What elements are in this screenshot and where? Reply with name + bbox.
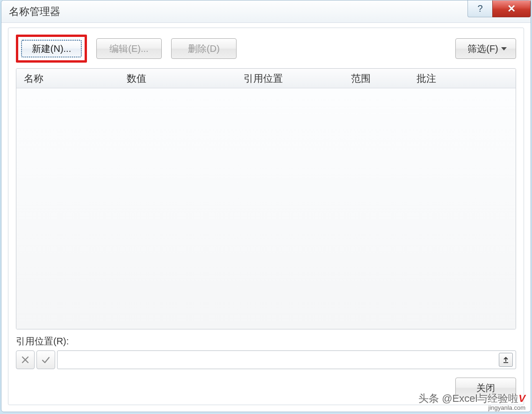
column-header-name[interactable]: 名称 xyxy=(16,72,119,85)
column-header-ref[interactable]: 引用位置 xyxy=(236,72,344,85)
refers-to-section: 引用位置(R): xyxy=(16,335,516,369)
list-body-empty[interactable] xyxy=(16,88,516,329)
refers-to-input[interactable] xyxy=(62,355,499,365)
dialog-content: 新建(N)... 编辑(E)... 删除(D) 筛选(F) 名称 数值 引用位置… xyxy=(8,28,524,405)
collapse-icon xyxy=(502,356,510,364)
column-header-comment[interactable]: 批注 xyxy=(409,72,516,85)
dialog-title: 名称管理器 xyxy=(9,5,60,19)
titlebar: 名称管理器 ? ✕ xyxy=(1,0,531,23)
names-list: 名称 数值 引用位置 范围 批注 xyxy=(16,68,516,329)
cancel-edit-button[interactable] xyxy=(16,350,35,369)
delete-button[interactable]: 删除(D) xyxy=(171,38,237,59)
close-window-button[interactable]: ✕ xyxy=(492,0,531,17)
edit-button[interactable]: 编辑(E)... xyxy=(96,38,162,59)
check-icon xyxy=(41,355,50,364)
chevron-down-icon xyxy=(501,47,507,50)
column-header-value[interactable]: 数值 xyxy=(119,72,236,85)
x-icon xyxy=(21,355,30,364)
help-button[interactable]: ? xyxy=(467,0,493,17)
filter-button[interactable]: 筛选(F) xyxy=(455,38,516,59)
refers-to-row xyxy=(16,350,516,369)
close-icon: ✕ xyxy=(507,3,516,15)
highlight-marker: 新建(N)... xyxy=(16,35,87,63)
column-header-scope[interactable]: 范围 xyxy=(344,72,409,85)
confirm-edit-button[interactable] xyxy=(36,350,55,369)
new-button[interactable]: 新建(N)... xyxy=(21,40,82,57)
toolbar: 新建(N)... 编辑(E)... 删除(D) 筛选(F) xyxy=(16,35,516,63)
titlebar-buttons: ? ✕ xyxy=(468,0,531,18)
refers-to-label: 引用位置(R): xyxy=(16,335,516,348)
name-manager-dialog: 名称管理器 ? ✕ 新建(N)... 编辑(E)... 删除(D) xyxy=(1,0,531,412)
collapse-dialog-button[interactable] xyxy=(499,353,513,367)
help-icon: ? xyxy=(477,3,482,14)
refers-to-input-wrap xyxy=(57,350,516,369)
footer: 关闭 xyxy=(16,378,516,398)
list-header: 名称 数值 引用位置 范围 批注 xyxy=(16,69,516,88)
close-button[interactable]: 关闭 xyxy=(455,378,516,398)
